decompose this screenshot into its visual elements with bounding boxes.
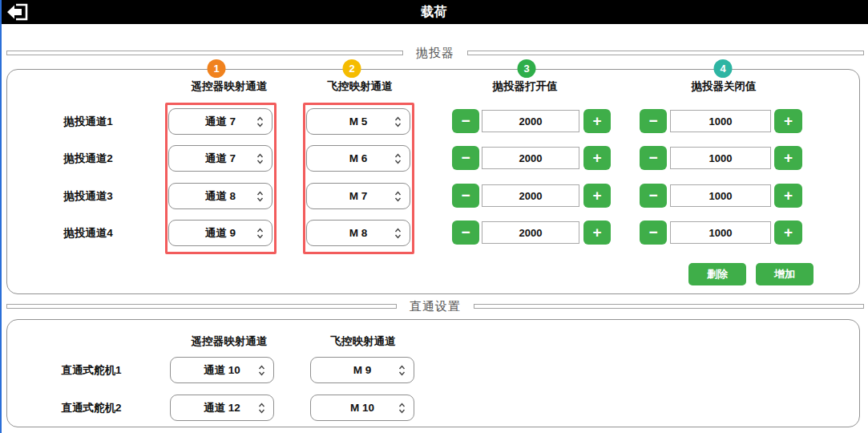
payload-settings-page: 载荷 抛投器 1 2 3 4 遥控器映射通道 飞控映射通道 抛投器打开值 抛投器… bbox=[0, 0, 868, 433]
select-value: 通道 8 bbox=[205, 189, 236, 204]
select-chevrons-icon bbox=[394, 152, 402, 165]
column-header-rc-channel: 遥控器映射通道 bbox=[192, 79, 268, 94]
minus-icon: − bbox=[461, 112, 470, 129]
select-chevrons-icon bbox=[394, 115, 402, 128]
select-chevrons-icon bbox=[256, 152, 264, 165]
close-value-increase-button[interactable]: + bbox=[774, 184, 802, 208]
divider-line bbox=[6, 51, 403, 55]
thrower-row-1: 抛投通道1 通道 7 M 5 − + − + bbox=[7, 108, 859, 135]
plus-icon: + bbox=[592, 187, 601, 204]
open-value-decrease-button[interactable]: − bbox=[452, 109, 479, 133]
close-value-input[interactable] bbox=[670, 110, 771, 132]
close-value-decrease-button[interactable]: − bbox=[640, 221, 667, 245]
plus-icon: + bbox=[592, 224, 601, 241]
rc-channel-select[interactable]: 通道 7 bbox=[168, 145, 273, 172]
minus-icon: − bbox=[461, 149, 470, 166]
delete-button[interactable]: 删除 bbox=[688, 263, 746, 285]
annotation-badge-4: 4 bbox=[714, 59, 733, 78]
page-title: 载荷 bbox=[0, 0, 868, 24]
close-value-increase-button[interactable]: + bbox=[774, 109, 802, 133]
row-label: 抛投通道3 bbox=[39, 183, 137, 209]
rc-channel-select[interactable]: 通道 10 bbox=[170, 357, 274, 383]
plus-icon: + bbox=[592, 149, 601, 166]
close-value-decrease-button[interactable]: − bbox=[640, 109, 667, 133]
open-value-increase-button[interactable]: + bbox=[583, 109, 611, 133]
thrower-row-3: 抛投通道3 通道 8 M 7 − + − + bbox=[7, 183, 859, 209]
annotation-badge-3: 3 bbox=[518, 59, 536, 78]
close-value-increase-button[interactable]: + bbox=[774, 221, 802, 245]
plus-icon: + bbox=[592, 112, 601, 129]
column-header-fc-channel: 飞控映射通道 bbox=[328, 79, 393, 94]
open-value-decrease-button[interactable]: − bbox=[452, 221, 479, 245]
select-value: 通道 7 bbox=[205, 115, 236, 129]
open-value-increase-button[interactable]: + bbox=[583, 146, 611, 170]
fc-channel-select[interactable]: M 7 bbox=[306, 183, 410, 209]
close-value-decrease-button[interactable]: − bbox=[640, 146, 667, 170]
row-label: 直通式舵机1 bbox=[39, 357, 143, 383]
select-chevrons-icon bbox=[256, 115, 264, 128]
select-value: M 6 bbox=[349, 152, 368, 164]
thrower-row-2: 抛投通道2 通道 7 M 6 − + − + bbox=[7, 145, 859, 172]
row-label: 直通式舵机2 bbox=[39, 395, 143, 421]
minus-icon: − bbox=[461, 187, 470, 204]
close-value-increase-button[interactable]: + bbox=[774, 146, 802, 170]
close-value-input[interactable] bbox=[670, 184, 771, 207]
passthrough-panel: 遥控器映射通道 飞控映射通道 直通式舵机1 通道 10 M 9 直通式舵机2 通… bbox=[6, 319, 860, 427]
row-label: 抛投通道4 bbox=[39, 220, 137, 246]
minus-icon: − bbox=[648, 149, 657, 166]
column-header-rc-channel: 遥控器映射通道 bbox=[192, 334, 268, 349]
rc-channel-select[interactable]: 通道 8 bbox=[168, 183, 273, 209]
minus-icon: − bbox=[648, 224, 657, 241]
close-value-input[interactable] bbox=[670, 147, 771, 169]
divider-line bbox=[467, 51, 864, 55]
rc-channel-select[interactable]: 通道 9 bbox=[168, 220, 273, 246]
select-value: 通道 10 bbox=[204, 363, 240, 378]
minus-icon: − bbox=[461, 224, 470, 241]
open-value-decrease-button[interactable]: − bbox=[452, 184, 479, 208]
select-chevrons-icon bbox=[398, 364, 406, 377]
open-value-increase-button[interactable]: + bbox=[583, 221, 611, 245]
plus-icon: + bbox=[784, 224, 793, 241]
select-value: 通道 9 bbox=[205, 226, 236, 241]
fc-channel-select[interactable]: M 10 bbox=[310, 395, 414, 421]
open-value-input[interactable] bbox=[482, 184, 579, 207]
open-value-input[interactable] bbox=[482, 221, 579, 244]
add-button[interactable]: 增加 bbox=[756, 263, 813, 285]
select-chevrons-icon bbox=[258, 402, 265, 415]
open-value-input[interactable] bbox=[482, 110, 579, 132]
fc-channel-select[interactable]: M 9 bbox=[310, 357, 414, 383]
window-edge-line bbox=[0, 0, 2, 433]
column-header-close-value: 抛投器关闭值 bbox=[692, 79, 757, 94]
rc-channel-select[interactable]: 通道 12 bbox=[170, 395, 274, 421]
divider-line bbox=[474, 304, 864, 309]
passthrough-row-2: 直通式舵机2 通道 12 M 10 bbox=[7, 395, 859, 421]
rc-channel-select[interactable]: 通道 7 bbox=[168, 108, 273, 135]
passthrough-row-1: 直通式舵机1 通道 10 M 9 bbox=[7, 357, 859, 383]
fc-channel-select[interactable]: M 6 bbox=[306, 145, 410, 172]
divider-line bbox=[6, 304, 397, 309]
row-label: 抛投通道1 bbox=[39, 108, 137, 135]
open-value-increase-button[interactable]: + bbox=[583, 184, 611, 208]
plus-icon: + bbox=[784, 187, 793, 204]
close-value-decrease-button[interactable]: − bbox=[640, 184, 667, 208]
thrower-panel: 1 2 3 4 遥控器映射通道 飞控映射通道 抛投器打开值 抛投器关闭值 抛投通… bbox=[6, 69, 860, 294]
plus-icon: + bbox=[784, 112, 793, 129]
minus-icon: − bbox=[648, 187, 657, 204]
column-header-fc-channel: 飞控映射通道 bbox=[331, 334, 396, 349]
select-chevrons-icon bbox=[256, 227, 264, 240]
select-chevrons-icon bbox=[394, 227, 402, 240]
select-value: M 10 bbox=[350, 402, 374, 414]
annotation-badge-1: 1 bbox=[208, 59, 226, 78]
fc-channel-select[interactable]: M 5 bbox=[306, 108, 410, 135]
open-value-input[interactable] bbox=[482, 147, 579, 169]
select-value: 通道 12 bbox=[204, 401, 240, 415]
thrower-row-4: 抛投通道4 通道 9 M 8 − + − + bbox=[7, 220, 859, 246]
column-header-open-value: 抛投器打开值 bbox=[493, 79, 558, 94]
select-chevrons-icon bbox=[398, 402, 406, 415]
close-value-input[interactable] bbox=[670, 221, 771, 244]
thrower-section-divider: 抛投器 bbox=[6, 45, 864, 61]
minus-icon: − bbox=[648, 112, 657, 129]
open-value-decrease-button[interactable]: − bbox=[452, 146, 479, 170]
fc-channel-select[interactable]: M 8 bbox=[306, 220, 410, 246]
annotation-badge-2: 2 bbox=[343, 59, 361, 78]
